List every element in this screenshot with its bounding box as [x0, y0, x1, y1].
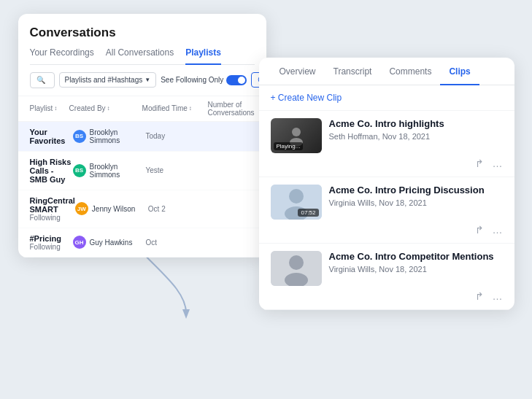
- col-modified: Modified Time↕: [142, 101, 208, 117]
- creator-cell: BS Brooklyn Simmons: [73, 128, 146, 144]
- table-row[interactable]: Your Favorites BS Brooklyn Simmons Today: [18, 122, 266, 152]
- svg-marker-0: [182, 309, 190, 319]
- modified-time: Yeste: [146, 166, 212, 174]
- more-icon[interactable]: …: [493, 290, 503, 302]
- search-icon: 🔍: [36, 76, 45, 84]
- clip-info: Acme Co. Intro Pricing Discussion Virgin…: [329, 185, 503, 208]
- playlist-name-cell: RingCentral SMART Following: [30, 196, 75, 222]
- playlist-sub: Following: [30, 243, 73, 251]
- playing-badge: Playing...: [274, 142, 304, 150]
- modified-time: Oct: [146, 239, 212, 247]
- clip-main: 07:52 Acme Co. Intro Pricing Discussion …: [271, 185, 503, 220]
- following-toggle-container: See Following Only: [161, 75, 247, 85]
- svg-point-1: [292, 128, 301, 136]
- col-conversations: Number of Conversations: [208, 101, 255, 117]
- clip-meta: Virginia Wills, Nov 18, 2021: [329, 198, 503, 207]
- main-tabs: Your Recordings All Conversations Playli…: [30, 47, 255, 65]
- playlist-name: Your Favorites: [30, 128, 73, 145]
- left-panel-header: Conversations Your Recordings All Conver…: [18, 14, 266, 65]
- list-item: 07:52 Acme Co. Intro Pricing Discussion …: [259, 177, 514, 244]
- table-row[interactable]: #Pricing Following GH Guy Hawkins Oct: [18, 228, 266, 257]
- playlist-name-cell: Your Favorites: [30, 128, 73, 145]
- tab-all-conversations[interactable]: All Conversations: [106, 47, 174, 65]
- list-item: Acme Co. Intro Competitor Mentions Virgi…: [259, 244, 514, 310]
- clip-thumbnail[interactable]: [271, 251, 322, 286]
- playlist-name: High Risks Calls - SMB Guy: [30, 158, 73, 184]
- duration-badge: 07:52: [298, 209, 318, 217]
- playlist-rows: Your Favorites BS Brooklyn Simmons Today…: [18, 122, 266, 257]
- conversations-title: Conversations: [30, 26, 255, 40]
- table-row[interactable]: High Risks Calls - SMB Guy BS Brooklyn S…: [18, 152, 266, 190]
- more-icon[interactable]: …: [493, 158, 503, 169]
- playlist-name: #Pricing: [30, 234, 73, 243]
- share-icon[interactable]: ↱: [475, 158, 484, 169]
- clip-title: Acme Co. Intro Pricing Discussion: [329, 185, 503, 197]
- clip-main: Acme Co. Intro Competitor Mentions Virgi…: [271, 251, 503, 286]
- clip-main: Playing... Acme Co. Intro highlights Set…: [271, 118, 503, 153]
- clip-list: Playing... Acme Co. Intro highlights Set…: [259, 111, 514, 310]
- share-icon[interactable]: ↱: [475, 290, 484, 302]
- creator-cell: BS Brooklyn Simmons: [73, 163, 146, 179]
- chevron-down-icon: ▼: [144, 77, 150, 83]
- table-row[interactable]: RingCentral SMART Following JW Jenny Wil…: [18, 190, 266, 228]
- svg-point-7: [289, 255, 304, 270]
- create-new-clip-button[interactable]: + Create New Clip: [259, 85, 514, 111]
- clip-title: Acme Co. Intro Competitor Mentions: [329, 251, 503, 263]
- creator-name: Jenny Wilson: [92, 205, 135, 213]
- following-label: See Following Only: [161, 76, 223, 84]
- avatar: JW: [75, 202, 88, 215]
- search-box[interactable]: 🔍: [30, 72, 55, 88]
- playlist-name: RingCentral SMART: [30, 196, 75, 214]
- modified-time: Today: [146, 132, 212, 140]
- tab-your-recordings[interactable]: Your Recordings: [30, 47, 94, 65]
- tab-playlists[interactable]: Playlists: [185, 47, 221, 65]
- creator-cell: JW Jenny Wilson: [75, 202, 148, 215]
- filter-dropdown[interactable]: Playlists and #Hashtags ▼: [59, 72, 157, 88]
- clip-meta: Seth Hoffman, Nov 18, 2021: [329, 132, 503, 141]
- filter-label: Playlists and #Hashtags: [65, 76, 143, 84]
- creator-name: Brooklyn Simmons: [90, 163, 146, 179]
- creator-name: Brooklyn Simmons: [90, 128, 146, 144]
- avatar: BS: [73, 130, 86, 143]
- clip-actions: ↱ …: [271, 224, 503, 236]
- modified-time: Oct 2: [148, 205, 214, 213]
- tab-clips[interactable]: Clips: [440, 58, 479, 85]
- clip-thumbnail[interactable]: 07:52: [271, 185, 322, 220]
- clip-info: Acme Co. Intro highlights Seth Hoffman, …: [329, 118, 503, 142]
- creator-cell: GH Guy Hawkins: [73, 236, 146, 249]
- sort-icon: ↕: [189, 105, 192, 112]
- playlist-name-cell: #Pricing Following: [30, 234, 73, 251]
- clip-actions: ↱ …: [271, 158, 503, 169]
- col-playlist: Playlist↕: [30, 101, 69, 117]
- following-toggle[interactable]: [226, 75, 247, 85]
- toolbar: 🔍 Playlists and #Hashtags ▼ See Followin…: [18, 65, 266, 96]
- tab-comments[interactable]: Comments: [380, 58, 440, 85]
- clip-actions: ↱ …: [271, 290, 503, 302]
- clip-meta: Virginia Wills, Nov 18, 2021: [329, 265, 503, 274]
- left-panel: Conversations Your Recordings All Conver…: [18, 14, 266, 257]
- avatar: BS: [73, 164, 86, 177]
- sort-icon: ↕: [107, 105, 110, 112]
- playlist-name-cell: High Risks Calls - SMB Guy: [30, 158, 73, 184]
- clip-thumbnail[interactable]: Playing...: [271, 118, 322, 153]
- right-tabs: Overview Transcript Comments Clips: [259, 58, 514, 85]
- tab-overview[interactable]: Overview: [271, 58, 325, 85]
- tab-transcript[interactable]: Transcript: [325, 58, 381, 85]
- col-created-by: Created By↕: [69, 101, 142, 117]
- svg-point-4: [289, 189, 304, 204]
- right-panel: Overview Transcript Comments Clips + Cre…: [259, 58, 514, 310]
- avatar: GH: [73, 236, 86, 249]
- sort-icon: ↕: [54, 105, 57, 112]
- table-header: Playlist↕ Created By↕ Modified Time↕ Num…: [18, 96, 266, 122]
- list-item: Playing... Acme Co. Intro highlights Set…: [259, 111, 514, 177]
- clip-title: Acme Co. Intro highlights: [329, 118, 503, 131]
- creator-name: Guy Hawkins: [90, 239, 133, 247]
- more-icon[interactable]: …: [493, 224, 503, 236]
- clip-info: Acme Co. Intro Competitor Mentions Virgi…: [329, 251, 503, 274]
- share-icon[interactable]: ↱: [475, 224, 484, 236]
- person-thumbnail-icon: [271, 251, 322, 286]
- playlist-sub: Following: [30, 214, 75, 222]
